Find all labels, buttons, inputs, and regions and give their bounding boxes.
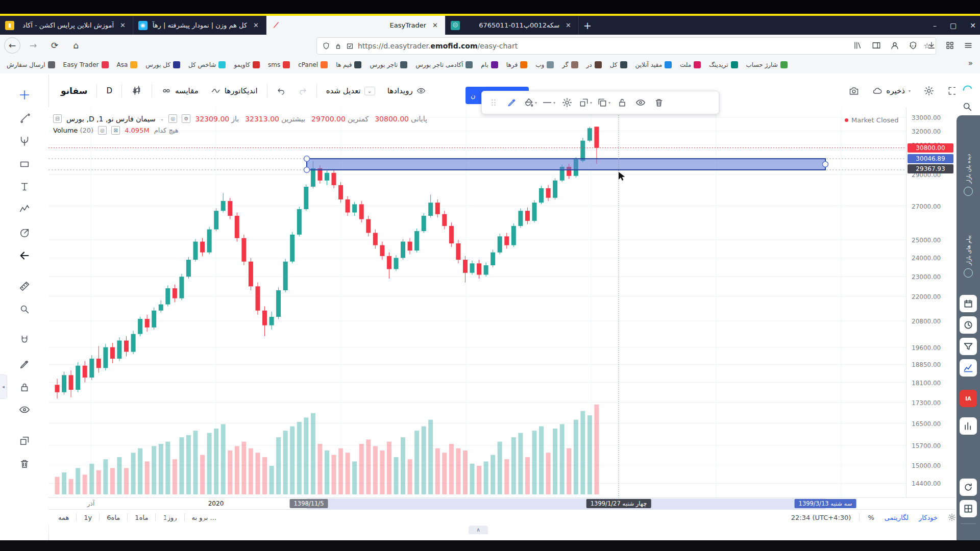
- trendline-tool[interactable]: [13, 108, 36, 128]
- lock-icon[interactable]: [334, 42, 342, 50]
- range-button-1روز[interactable]: 1روز: [158, 512, 181, 523]
- clone-drawing[interactable]: ▾: [595, 94, 612, 111]
- layers-tool[interactable]: [13, 431, 36, 451]
- line-style-picker[interactable]: ▾: [540, 94, 557, 111]
- bookmark-item[interactable]: در: [583, 60, 605, 70]
- bookmark-item[interactable]: کل بورس: [142, 60, 184, 70]
- pattern-tool[interactable]: [13, 199, 36, 219]
- menu-toolbar-icon[interactable]: [964, 41, 977, 50]
- eye-tool[interactable]: [13, 399, 36, 420]
- sidebar-toolbar-icon[interactable]: [872, 41, 885, 50]
- fill-color-picker[interactable]: ▾: [522, 94, 539, 111]
- bookmark-item[interactable]: آکادمی تاجر بورس: [412, 60, 476, 70]
- volume-close-icon[interactable]: ⊠: [111, 126, 120, 135]
- bookmark-item[interactable]: گر: [558, 60, 581, 70]
- candlestick-chart[interactable]: [48, 107, 906, 497]
- bookmark-item[interactable]: ارسال سفارش: [3, 60, 59, 70]
- range-button-1ماه[interactable]: 1ماه: [130, 512, 153, 523]
- bookmarks-overflow-chevron[interactable]: »: [965, 59, 976, 68]
- search-icon[interactable]: [962, 101, 973, 112]
- bookmark-item[interactable]: تریدینگ: [705, 60, 741, 70]
- shield-toolbar-icon[interactable]: [909, 41, 922, 50]
- undo-button[interactable]: [272, 83, 291, 98]
- arrow-left-tool[interactable]: [13, 245, 36, 266]
- minimize-button[interactable]: –: [933, 21, 937, 30]
- forecast-tool[interactable]: [13, 223, 36, 243]
- volume-none-label[interactable]: هیچ کدام: [154, 127, 179, 134]
- band-handle[interactable]: [304, 167, 310, 172]
- tab-close-icon[interactable]: ✕: [251, 20, 261, 30]
- browser-tab-4[interactable]: ۞سکه0012پ011-6765011✕: [446, 16, 579, 35]
- save-layout-button[interactable]: ذخیره▾: [867, 83, 916, 99]
- style-template[interactable]: ▾: [577, 94, 594, 111]
- percent-scale-button[interactable]: %: [863, 512, 878, 523]
- goto-date-button[interactable]: برو به ...: [187, 512, 221, 523]
- range-button-همه[interactable]: همه: [54, 512, 74, 523]
- timezone-clock[interactable]: 22:34 (UTC+4:30): [787, 512, 856, 523]
- sidebar-vertical-item[interactable]: پیام های بازار: [961, 206, 976, 278]
- range-button-6ماه[interactable]: 6ماه: [102, 512, 125, 523]
- ruler-tool[interactable]: [13, 276, 36, 296]
- log-scale-button[interactable]: لگاریتمی: [880, 512, 913, 523]
- apps-toolbar-icon[interactable]: [945, 41, 959, 50]
- redo-button[interactable]: [293, 83, 312, 98]
- browser-tab-3[interactable]: ⟋EasyTrader✕: [266, 16, 446, 35]
- delete-drawing[interactable]: [650, 94, 668, 111]
- indicators-button[interactable]: اندیکاتورها: [206, 83, 263, 99]
- bookmark-item[interactable]: مفید آنلاین: [632, 60, 676, 70]
- bookmark-item[interactable]: کاویمو: [230, 60, 263, 70]
- auto-scale-button[interactable]: خودکار: [914, 512, 942, 523]
- compare-button[interactable]: مقایسه: [156, 83, 204, 99]
- tab-close-icon[interactable]: ✕: [564, 20, 573, 30]
- bookmark-item[interactable]: فیم ها: [332, 60, 365, 70]
- bookmark-item[interactable]: وب: [532, 60, 557, 70]
- tab-close-icon[interactable]: ✕: [118, 20, 128, 30]
- lock-tool[interactable]: [13, 377, 36, 397]
- bookmark-item[interactable]: بام: [477, 60, 501, 70]
- selected-band-drawing[interactable]: [307, 159, 825, 170]
- chart-settings-button[interactable]: [919, 83, 939, 99]
- bookmark-item[interactable]: شارژ حساب: [743, 60, 791, 70]
- magnet-tool[interactable]: [13, 330, 36, 350]
- bookmark-item[interactable]: فرها: [503, 60, 531, 70]
- sidebar-grid-button[interactable]: [960, 500, 977, 517]
- tab-close-icon[interactable]: ✕: [430, 20, 440, 30]
- legend-eye-icon[interactable]: ◎: [168, 114, 177, 123]
- range-button-1y[interactable]: 1y: [79, 512, 96, 523]
- bookmark-item[interactable]: تاجر بورس: [366, 60, 411, 70]
- bookmark-item[interactable]: cPanel: [295, 60, 331, 70]
- collapse-chevron[interactable]: ∧: [469, 525, 488, 534]
- shield-icon[interactable]: [322, 42, 330, 50]
- screenshot-button[interactable]: [844, 83, 864, 99]
- forward-button[interactable]: →: [24, 37, 42, 54]
- time-axis[interactable]: آذر20201398/11/5چهار شنبه 1399/1/27سه شن…: [48, 497, 955, 510]
- price-axis[interactable]: 33000.0032000.0031000.0029000.0027000.00…: [906, 107, 956, 497]
- band-handle[interactable]: [304, 156, 310, 162]
- chart-pane[interactable]: [48, 107, 906, 497]
- drag-handle[interactable]: [485, 94, 502, 111]
- sidebar-funnel-button[interactable]: [960, 338, 977, 355]
- text-tool[interactable]: [13, 177, 36, 197]
- chart-type-button[interactable]: [126, 82, 148, 99]
- permissions-icon[interactable]: [346, 42, 354, 50]
- close-button[interactable]: ✕: [970, 21, 976, 30]
- sidebar-columns-button[interactable]: [960, 417, 977, 435]
- browser-tab-2[interactable]: ◉کل هم وزن | نمودار پیشرفته | رهآ✕: [133, 16, 266, 35]
- download-toolbar-icon[interactable]: [927, 41, 940, 50]
- sidebar-refresh-button[interactable]: [960, 479, 977, 496]
- draw-tool-active[interactable]: [503, 94, 521, 111]
- sidebar-clock-button[interactable]: [960, 316, 977, 334]
- new-tab-button[interactable]: +: [579, 16, 596, 35]
- bookmark-item[interactable]: Easy Trader: [60, 60, 112, 70]
- lock-drawing[interactable]: [614, 94, 631, 111]
- legend-collapse-icon[interactable]: ⊟: [53, 114, 62, 123]
- volume-eye-icon[interactable]: ◎: [98, 126, 107, 135]
- drawing-settings[interactable]: [558, 94, 576, 111]
- pencil-tool[interactable]: [13, 354, 36, 374]
- home-button[interactable]: ⌂: [67, 37, 85, 54]
- legend-settings-icon[interactable]: ⚙: [182, 114, 190, 123]
- reload-button[interactable]: ⟳: [46, 37, 63, 54]
- pitchfork-tool[interactable]: [13, 131, 36, 152]
- events-toggle[interactable]: رویدادها: [382, 83, 431, 98]
- browser-tab-1[interactable]: ▮آموزش انلاین پرایس اکشن - آکاد✕: [0, 16, 133, 35]
